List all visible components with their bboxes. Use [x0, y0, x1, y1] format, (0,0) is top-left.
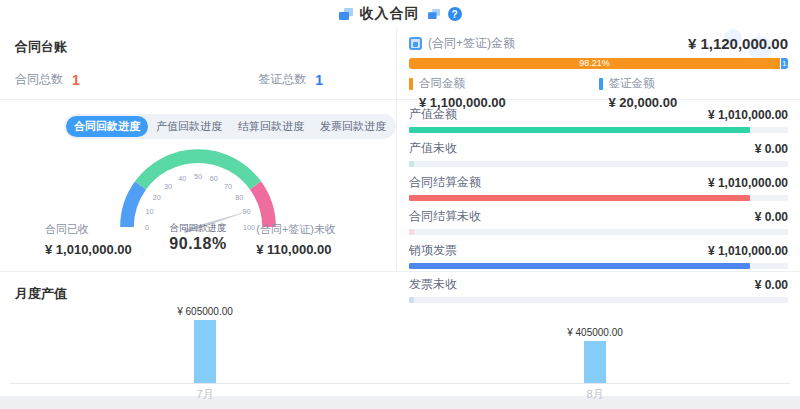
metric-line: 产值未收¥ 0.00	[409, 140, 788, 157]
tab-发票回款进度[interactable]: 发票回款进度	[312, 116, 394, 137]
metric-row: 产值未收¥ 0.00	[409, 140, 788, 167]
metric-row: 合同结算金额¥ 1,010,000.00	[409, 174, 788, 201]
page-header: 收入合同 ?	[0, 0, 800, 28]
contract-files-icon	[428, 9, 440, 19]
monthly-output-panel: 月度产值 ¥ 605000.00¥ 405000.00 7月8月	[0, 272, 800, 396]
stat-label: 合同总数	[15, 71, 63, 88]
unreceived-label: (合同+签证)未收	[256, 222, 336, 237]
amount-badge-icon	[409, 37, 422, 50]
amount-summary-panel: (合同+签证)金额 ¥ 1,120,000.00 98.21% 1. 合同金额¥…	[397, 28, 800, 100]
tab-产值回款进度[interactable]: 产值回款进度	[148, 116, 230, 137]
tab-合同回款进度[interactable]: 合同回款进度	[66, 116, 148, 137]
metric-fill	[409, 127, 750, 133]
bar	[194, 320, 216, 383]
tab-结算回款进度[interactable]: 结算回款进度	[230, 116, 312, 137]
metric-label: 合同结算金额	[409, 174, 481, 191]
metric-value: ¥ 1,010,000.00	[708, 244, 788, 258]
metric-fill	[409, 229, 414, 235]
right-panel: (合同+签证)金额 ¥ 1,120,000.00 98.21% 1. 合同金额¥…	[397, 28, 800, 271]
legend-label: 合同金额	[419, 76, 465, 91]
metric-line: 销项发票¥ 1,010,000.00	[409, 242, 788, 259]
metric-fill	[409, 161, 414, 167]
metric-value: ¥ 1,010,000.00	[708, 176, 788, 190]
metric-label: 合同结算未收	[409, 208, 481, 225]
ledger-title: 合同台账	[15, 38, 381, 56]
legend-marker	[599, 78, 603, 90]
legend-value: ¥ 20,000.00	[609, 95, 789, 110]
received-label: 合同已收	[45, 222, 132, 237]
legend-marker	[409, 78, 413, 90]
gauge-tick-label: 0	[145, 223, 149, 232]
page-title: 收入合同	[360, 5, 420, 23]
help-icon[interactable]: ?	[448, 7, 462, 21]
gauge-tick-label: 40	[178, 174, 186, 183]
bar	[584, 341, 606, 383]
amount-stacked-bar: 98.21% 1.	[409, 58, 788, 69]
gauge-segment	[255, 185, 269, 227]
bar-value-label: ¥ 605000.00	[177, 306, 233, 317]
metric-row: 销项发票¥ 1,010,000.00	[409, 242, 788, 269]
metric-label: 销项发票	[409, 242, 457, 259]
unreceived-value: ¥ 110,000.00	[256, 242, 336, 257]
metric-value: ¥ 0.00	[755, 142, 788, 156]
recovery-progress-panel: 合同回款进度产值回款进度结算回款进度发票回款进度 010203040506070…	[0, 100, 396, 271]
metric-track	[409, 127, 788, 133]
gauge-title: 合同回款进度	[169, 222, 226, 233]
monthly-title: 月度产值	[15, 285, 67, 303]
metric-line: 合同结算金额¥ 1,010,000.00	[409, 174, 788, 191]
amount-total: ¥ 1,120,000.00	[688, 35, 788, 52]
stat-label: 签证总数	[258, 71, 306, 88]
metric-label: 产值未收	[409, 140, 457, 157]
metric-row: 合同结算未收¥ 0.00	[409, 208, 788, 235]
unreceived-block: (合同+签证)未收 ¥ 110,000.00	[256, 222, 336, 257]
legend-item: 签证金额¥ 20,000.00	[599, 76, 789, 110]
stat-item: 签证总数1	[258, 71, 323, 88]
legend-top: 签证金额	[599, 76, 789, 91]
stat-item: 合同总数1	[15, 71, 80, 88]
visa-amount-segment: 1.	[781, 58, 788, 69]
metric-line: 合同结算未收¥ 0.00	[409, 208, 788, 225]
top-section: 合同台账 合同总数1签证总数1 合同回款进度产值回款进度结算回款进度发票回款进度…	[0, 28, 800, 272]
bar-value-label: ¥ 405000.00	[567, 327, 623, 338]
amount-head: (合同+签证)金额 ¥ 1,120,000.00	[409, 35, 788, 52]
metric-fill	[409, 195, 750, 201]
gauge-tick-label: 50	[194, 172, 202, 181]
metric-track	[409, 229, 788, 235]
gauge-tick-label: 80	[235, 193, 243, 202]
metric-track	[409, 195, 788, 201]
gauge-segment	[127, 185, 141, 227]
monthly-x-axis: 7月8月	[10, 387, 790, 402]
stat-value: 1	[72, 72, 80, 88]
bar-slot: ¥ 605000.00	[10, 306, 400, 383]
gauge-tick-label: 20	[153, 193, 161, 202]
legend-top: 合同金额	[409, 76, 599, 91]
legend-label: 签证金额	[609, 76, 655, 91]
bar-slot: ¥ 405000.00	[400, 306, 790, 383]
metric-row: 产值金额¥ 1,010,000.00	[409, 106, 788, 133]
received-block: 合同已收 ¥ 1,010,000.00	[45, 222, 132, 257]
x-axis-label: 8月	[400, 387, 790, 402]
legend-value: ¥ 1,100,000.00	[419, 95, 599, 110]
amount-legend: 合同金额¥ 1,100,000.00签证金额¥ 20,000.00	[409, 76, 788, 110]
ledger-panel: 合同台账 合同总数1签证总数1	[0, 28, 396, 100]
gauge-tick-label: 30	[164, 182, 172, 191]
x-axis-label: 7月	[10, 387, 400, 402]
gauge-tick-label: 100	[243, 223, 255, 232]
amount-title: (合同+签证)金额	[428, 35, 515, 52]
gauge-tick-label: 70	[224, 182, 232, 191]
metric-value: ¥ 0.00	[755, 210, 788, 224]
monthly-bar-chart: ¥ 605000.00¥ 405000.00	[10, 306, 790, 384]
contract-amount-segment: 98.21%	[409, 58, 780, 69]
contract-folder-icon	[339, 8, 353, 20]
left-panel: 合同台账 合同总数1签证总数1 合同回款进度产值回款进度结算回款进度发票回款进度…	[0, 28, 397, 271]
income-contract-dashboard: 收入合同 ? 合同台账 合同总数1签证总数1 合同回款进度产值回款进度结算回款进…	[0, 0, 800, 409]
gauge-tick-label: 60	[210, 174, 218, 183]
gauge-tick-label: 10	[145, 207, 153, 216]
gauge-segment	[141, 156, 256, 185]
metric-track	[409, 263, 788, 269]
stat-value: 1	[315, 72, 323, 88]
legend-item: 合同金额¥ 1,100,000.00	[409, 76, 599, 110]
metric-track	[409, 161, 788, 167]
ledger-stats: 合同总数1签证总数1	[15, 71, 381, 88]
received-value: ¥ 1,010,000.00	[45, 242, 132, 257]
